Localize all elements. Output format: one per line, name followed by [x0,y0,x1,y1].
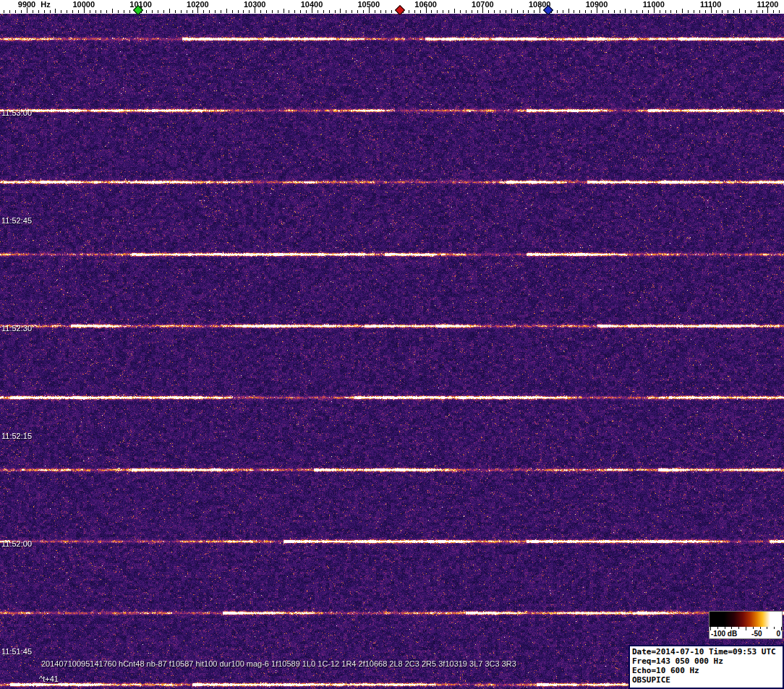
freq-tick-label: 10300 [244,1,266,9]
freq-tick-label: 10600 [414,1,437,9]
legend-tick [731,627,732,629]
frequency-ruler[interactable]: 9900100001010010200103001040010500106001… [0,0,784,14]
info-line-1: Freq=143 050 000 Hz [632,656,780,666]
detection-status-line: 20140710095141760 hCnt48 nb-87 f10587 hi… [41,659,516,668]
freq-tick-label: 10000 [73,1,95,9]
db-mid-label: -50 [751,630,762,638]
freq-unit-label: Hz [41,1,50,9]
legend-tick [760,627,761,629]
legend-tick [753,627,754,629]
db-scale-label-strip: -100 dB -50 0 [709,627,783,639]
db-max-label: 0 [776,630,780,638]
observation-info-box: Date=2014-07-10 Time=09:53 UTCFreq=143 0… [629,645,784,689]
freq-tick-label: 11000 [643,1,665,9]
info-line-0: Date=2014-07-10 Time=09:53 UTC [632,647,780,656]
spectrogram-waterfall[interactable] [0,14,784,689]
time-label: 11:52:15 [1,432,32,440]
freq-tick-label: 11100 [700,1,721,9]
meteor-echo-spectrogram-app: 9900100001010010200103001040010500106001… [0,0,784,689]
legend-tick [738,627,739,629]
freq-tick-label: 10900 [586,1,608,9]
freq-tick-label: 10700 [472,1,494,9]
db-label-row: -100 dB -50 0 [710,630,782,638]
freq-tick-label: 10200 [187,1,209,9]
freq-tick-label: 10400 [301,1,323,9]
legend-tick [774,627,775,629]
freq-tick-label: 11200 [757,1,778,9]
time-label: 11:53:00 [1,108,32,117]
db-min-label: -100 dB [711,630,737,638]
freq-tick-label: 9900 [18,1,35,9]
info-line-2: Echo=10 600 Hz [632,666,780,675]
db-gradient-bar [709,611,783,627]
time-label: 11:52:45 [1,216,32,225]
freq-tick-label: 10500 [358,1,380,9]
time-label: 11:51:45 [1,647,32,656]
time-label: 11:52:30 [1,324,32,333]
cursor-readout: ^t+41 [39,675,59,683]
legend-tick [725,627,725,629]
db-color-scale: -100 dB -50 0 [709,611,783,639]
ruler-ticks [0,0,784,14]
time-label: 11:52:00 [1,539,32,548]
legend-tick [767,627,767,629]
legend-tick [717,627,718,629]
info-line-3: OBSUPICE [632,675,780,685]
